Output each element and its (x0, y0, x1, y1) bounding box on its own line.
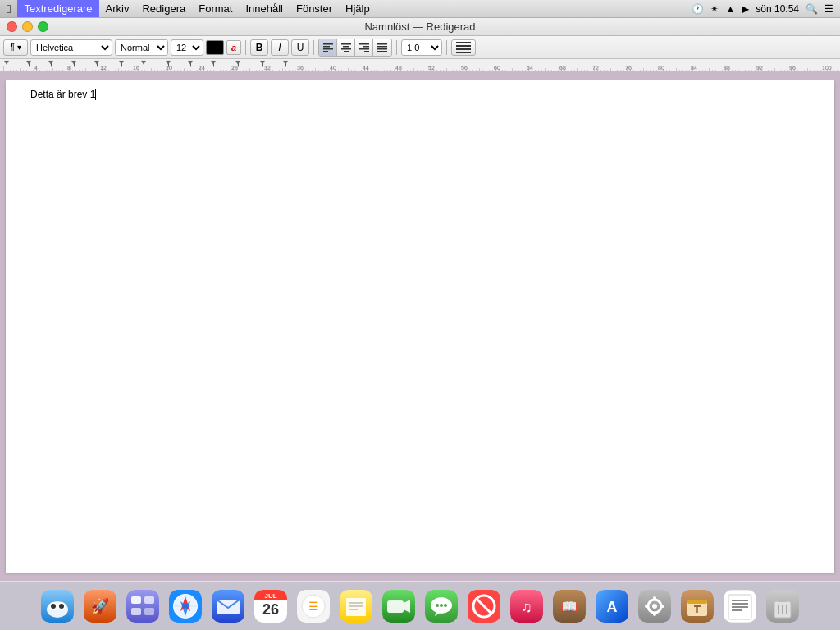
dock-trash[interactable] (764, 587, 801, 625)
text-cursor (95, 89, 96, 100)
text-color-a-button[interactable]: a (226, 40, 241, 55)
svg-rect-13 (377, 46, 387, 48)
svg-rect-32 (144, 608, 154, 615)
font-style-select[interactable]: Normal (115, 39, 168, 56)
align-center-button[interactable] (337, 39, 355, 56)
menu-bar:  Textredigerare Arkiv Redigera Format I… (0, 0, 840, 18)
dock-no-symbol[interactable] (465, 587, 503, 625)
document-editor[interactable]: Detta är brev 1 (6, 80, 834, 573)
svg-text:☰: ☰ (308, 600, 319, 613)
minimize-button[interactable] (22, 21, 33, 32)
search-icon[interactable]: 🔍 (806, 3, 818, 15)
ruler (0, 59, 840, 72)
svg-rect-9 (363, 46, 369, 48)
svg-rect-76 (653, 596, 656, 600)
svg-rect-5 (343, 46, 349, 48)
dock-app-store[interactable]: A (593, 587, 631, 625)
apple-menu[interactable]:  (0, 0, 17, 17)
svg-rect-7 (344, 51, 349, 52)
align-left-button[interactable] (319, 39, 337, 56)
svg-rect-17 (456, 45, 471, 47)
dock-messages[interactable] (422, 587, 460, 625)
svg-rect-0 (323, 43, 333, 45)
toolbar-separator-3 (396, 40, 397, 55)
underline-button[interactable]: U (291, 39, 309, 56)
font-size-select[interactable]: 12 (171, 39, 203, 56)
toolbar: ¶ ▾ Helvetica Normal 12 a B I U 1,0 1,5 … (0, 36, 840, 59)
menu-textredigerare[interactable]: Textredigerare (17, 0, 98, 17)
svg-rect-15 (377, 51, 387, 52)
svg-rect-78 (645, 605, 649, 608)
dock-notes[interactable] (337, 587, 375, 625)
control-icon[interactable]: ☰ (824, 3, 833, 15)
align-justify-button[interactable] (373, 39, 391, 56)
time-machine-icon: 🕐 (692, 3, 704, 15)
line-spacing-select[interactable]: 1,0 1,5 2,0 (401, 39, 442, 56)
dock-launchpad[interactable]: 🚀 (81, 587, 119, 625)
dock-mail[interactable] (209, 587, 247, 625)
menu-hjalp[interactable]: Hjälp (339, 0, 377, 17)
dock-system-prefs[interactable] (636, 587, 673, 625)
svg-text:26: 26 (262, 601, 279, 618)
svg-rect-1 (323, 46, 330, 48)
svg-rect-11 (364, 51, 369, 52)
svg-rect-79 (660, 605, 664, 608)
font-family-select[interactable]: Helvetica (30, 39, 112, 56)
list-style-button[interactable] (451, 39, 476, 56)
menu-redigera[interactable]: Redigera (135, 0, 192, 17)
window-title: Namnlöst — Redigerad (364, 21, 475, 33)
document-area: Detta är brev 1 (0, 72, 840, 581)
svg-point-24 (51, 604, 56, 609)
svg-text:📖: 📖 (561, 599, 578, 614)
paragraph-style-button[interactable]: ¶ ▾ (3, 39, 28, 56)
dock-calendar[interactable]: JUL 26 (252, 587, 290, 625)
menu-innehall[interactable]: Innehåll (239, 0, 290, 17)
dock-textedit[interactable] (721, 587, 759, 625)
document-content: Detta är brev 1 (30, 89, 95, 100)
window-controls (7, 21, 48, 32)
svg-rect-18 (456, 48, 471, 50)
menu-format[interactable]: Format (192, 0, 239, 17)
svg-rect-2 (323, 48, 333, 50)
status-bar: 🕐 ✴ ▲ ▶ sön 10:54 🔍 ☰ (692, 3, 840, 15)
svg-point-75 (652, 604, 657, 609)
svg-rect-82 (687, 600, 707, 604)
dock-books[interactable]: 📖 (550, 587, 588, 625)
toolbar-separator-1 (245, 40, 246, 55)
svg-rect-4 (341, 43, 351, 45)
dock-archive[interactable] (678, 587, 716, 625)
svg-rect-10 (359, 48, 369, 50)
svg-rect-28 (126, 590, 159, 623)
menu-fonster[interactable]: Fönster (290, 0, 339, 17)
svg-rect-56 (387, 600, 404, 613)
align-right-button[interactable] (355, 39, 373, 56)
title-bar: Namnlöst — Redigerad (0, 18, 840, 36)
dock-safari[interactable] (167, 587, 204, 625)
menu-arkiv[interactable]: Arkiv (99, 0, 136, 17)
toolbar-separator-4 (446, 40, 447, 55)
svg-rect-51 (346, 598, 366, 616)
svg-text:🚀: 🚀 (91, 597, 110, 615)
dock-mission-control[interactable] (124, 587, 162, 625)
italic-button[interactable]: I (271, 39, 289, 56)
dock: 🚀 (0, 581, 840, 630)
svg-rect-8 (359, 43, 369, 45)
dock-reminders[interactable]: ☰ (294, 587, 332, 625)
svg-point-62 (440, 604, 443, 607)
svg-rect-29 (131, 596, 141, 604)
close-button[interactable] (7, 21, 17, 32)
alignment-group (318, 39, 392, 57)
svg-rect-19 (456, 52, 471, 53)
svg-rect-6 (341, 48, 351, 50)
wifi-icon: ▲ (725, 3, 735, 15)
maximize-button[interactable] (38, 21, 48, 32)
svg-rect-3 (323, 51, 328, 52)
volume-icon: ▶ (742, 3, 749, 15)
svg-rect-31 (131, 608, 141, 615)
bold-button[interactable]: B (250, 39, 268, 56)
dock-music[interactable]: ♫ (508, 587, 546, 625)
text-color-box[interactable] (206, 40, 224, 55)
dock-facetime[interactable] (380, 587, 418, 625)
svg-text:JUL: JUL (264, 592, 276, 600)
dock-finder[interactable] (39, 587, 76, 625)
